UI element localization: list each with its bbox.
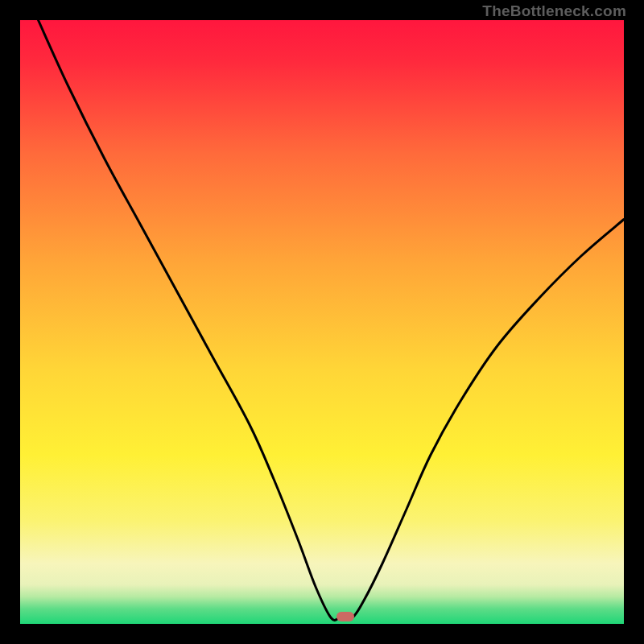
bottleneck-chart xyxy=(20,20,624,624)
chart-frame: TheBottleneck.com xyxy=(0,0,644,644)
bottleneck-marker xyxy=(336,612,354,621)
svg-rect-0 xyxy=(20,20,624,624)
plot-area xyxy=(20,20,624,624)
watermark-text: TheBottleneck.com xyxy=(482,2,626,20)
